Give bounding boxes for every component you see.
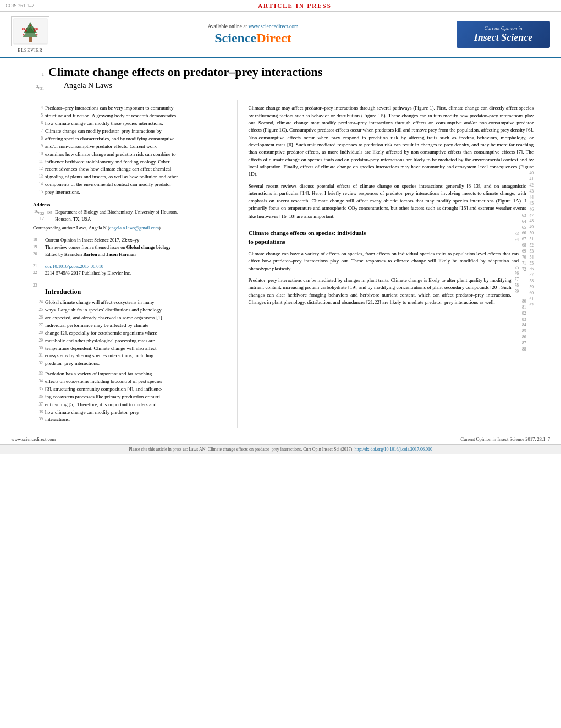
abstract-line-5: 5 structure and function. A growing body… — [33, 112, 226, 119]
journal-insect-science: Insect Science — [464, 32, 542, 43]
meta-line-18: 18 Current Opinion in Insect Science 201… — [33, 237, 226, 244]
right-line-numbers-2: 63646566676869707172 — [522, 213, 526, 273]
right-line-numbers-3: 7576777879 — [514, 265, 519, 295]
svg-point-9 — [36, 34, 37, 35]
abstract-line-10: 10 examines how climate change and preda… — [33, 151, 226, 158]
footer-citation: Please cite this article in press as: La… — [0, 444, 561, 454]
svg-point-7 — [29, 24, 31, 26]
sciencedirect-logo: ScienceDirect — [50, 31, 457, 46]
abstract-line-12: 12 recent advances show how climate chan… — [33, 166, 226, 173]
article-title: Climate change effects on predator–prey … — [48, 65, 322, 79]
corresponding-email-link[interactable]: angela.n.laws@gmail.com — [109, 225, 159, 231]
section2-line-num: 7374 — [514, 231, 519, 243]
right-column: Climate change may affect predator–prey … — [238, 100, 550, 428]
right-para-1: Climate change may affect predator–prey … — [249, 105, 534, 178]
title-row: 1 Climate change effects on predator–pre… — [33, 65, 528, 79]
header-top-bar: COIS 361 1–7 ARTICLE IN PRESS — [0, 0, 561, 12]
doi-link[interactable]: doi:10.1016/j.cois.2017.06.010 — [45, 264, 103, 269]
title-line-number: 1 — [33, 72, 44, 77]
article-header: 1 Climate change effects on predator–pre… — [0, 58, 561, 100]
introduction-heading: Introduction — [45, 287, 81, 297]
introduction-heading-row: 23 Introduction — [33, 283, 226, 299]
header-main: ELSEVIER ELSEVIER Available online at ww… — [0, 12, 561, 58]
abstract-block: 4 Predator–prey interactions can be very… — [33, 105, 226, 196]
journal-badge: Current Opinion in Insect Science — [457, 21, 550, 48]
abstract-line-15: 15 prey interactions. — [33, 189, 226, 196]
abstract-line-9: 9 and/or non-consumptive predator effect… — [33, 143, 226, 150]
address-icon: ✉ — [47, 209, 52, 216]
address-title: Address — [33, 201, 226, 209]
address-block: Address 16,Q2 ✉ Department of Biology an… — [33, 201, 226, 232]
footer-doi-link[interactable]: http://dx.doi.org/10.1016/j.cois.2017.06… — [354, 447, 432, 452]
elsevier-logo-image: ELSEVIER — [11, 16, 50, 46]
abstract-line-13: 13 signaling of plants and insects, as w… — [33, 173, 226, 180]
abstract-line-6: 6 how climate change can modify these sp… — [33, 120, 226, 127]
intro-para-1: 24 Global climate change will affect eco… — [33, 299, 226, 367]
right-para-2: Several recent reviews discuss potential… — [249, 183, 534, 220]
abstract-line-7: 7 Climate change can modify predator–pre… — [33, 128, 226, 135]
footer-journal-ref: Current Opinion in Insect Science 2017, … — [460, 436, 550, 442]
doi-line: 21 doi:10.1016/j.cois.2017.06.010 — [33, 264, 226, 270]
address-line-2: 17 Houston, TX, USA — [33, 216, 226, 222]
doi-block: 21 doi:10.1016/j.cois.2017.06.010 22 221… — [33, 264, 226, 277]
available-online-text: Available online at www.sciencedirect.co… — [50, 24, 457, 29]
address-line-1: 16,Q2 ✉ Department of Biology and Bioche… — [33, 209, 226, 216]
svg-rect-4 — [29, 37, 32, 42]
svg-point-8 — [23, 34, 24, 35]
meta-block: 18 Current Opinion in Insect Science 201… — [33, 237, 226, 258]
footer-top: www.sciencedirect.com Current Opinion in… — [0, 434, 561, 444]
author-line-number: 3,Q1 — [33, 84, 44, 90]
abstract-line-8: 8 affecting species characteristics, and… — [33, 135, 226, 143]
section2-heading: Climate change effects on species: indiv… — [249, 229, 366, 246]
elsevier-logo-area: ELSEVIER ELSEVIER — [11, 16, 50, 53]
svg-point-5 — [25, 30, 27, 32]
main-content: 4 Predator–prey interactions can be very… — [0, 100, 561, 428]
issn-line: 22 2214-5745/© 2017 Published by Elsevie… — [33, 270, 226, 277]
meta-line-19: 19 This review comes from a themed issue… — [33, 244, 226, 251]
introduction-section: 23 Introduction 24 Global climate change… — [33, 283, 226, 423]
cois-reference: COIS 361 1–7 — [6, 3, 34, 8]
meta-line-20: 20 Edited by Brandon Barton and Jason Ha… — [33, 251, 226, 258]
right-line-numbers-4: 808182838485868788 — [522, 299, 526, 353]
elsevier-text: ELSEVIER — [18, 48, 43, 53]
right-line-numbers-1: 4041424344454647484950515253545556575859… — [529, 171, 534, 308]
left-column: 4 Predator–prey interactions can be very… — [11, 100, 238, 428]
abstract-line-11: 11 influence herbivore stoichiometry and… — [33, 158, 226, 166]
author-name: Angela N Laws — [64, 81, 112, 90]
abstract-line-14: 14 components of the environmental conte… — [33, 181, 226, 188]
corresponding-author: Corresponding author: Laws, Angela N (an… — [33, 225, 226, 232]
journal-current-opinion: Current Opinion in — [464, 25, 542, 31]
available-online-link[interactable]: www.sciencedirect.com — [249, 24, 299, 29]
author-row: 3,Q1 Angela N Laws — [33, 81, 528, 95]
abstract-line-4: 4 Predator–prey interactions can be very… — [33, 105, 226, 112]
svg-point-6 — [34, 30, 36, 32]
article-in-press-label: ARTICLE IN PRESS — [34, 2, 556, 9]
intro-para-2: 33 Predation has a variety of important … — [33, 370, 226, 423]
header-center: Available online at www.sciencedirect.co… — [50, 24, 457, 46]
section2-heading-row: Climate change effects on species: indiv… — [249, 225, 534, 248]
footer-website: www.sciencedirect.com — [11, 436, 56, 442]
right-para-3: Climate change can have a variety of eff… — [249, 250, 534, 272]
right-para-4: Predator–prey interactions can be mediat… — [249, 277, 534, 306]
